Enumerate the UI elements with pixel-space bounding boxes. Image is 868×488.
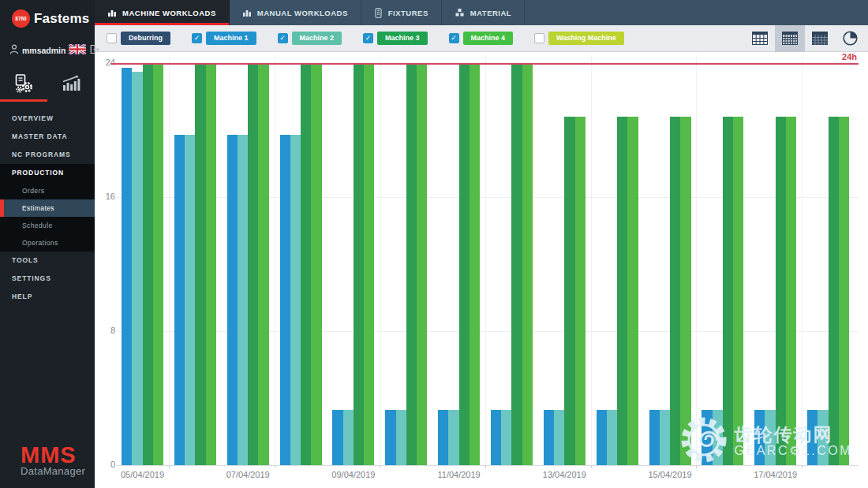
bar-machine-4-07-04-2019[interactable] [258,63,268,465]
sidebar-item-overview[interactable]: OVERVIEW [0,110,95,128]
bar-machine-1-09-04-2019[interactable] [332,410,342,465]
bar-machine-1-17-04-2019[interactable] [754,410,765,465]
bar-machine-1-07-04-2019[interactable] [227,135,238,465]
language-flag-uk-icon[interactable] [69,43,86,58]
bar-machine-4-16-04-2019[interactable] [733,117,743,465]
bar-machine-2-17-04-2019[interactable] [765,410,775,465]
reports-chart-icon[interactable] [47,70,95,97]
bar-machine-4-18-04-2019[interactable] [839,117,849,465]
bar-machine-2-13-04-2019[interactable] [554,410,564,465]
bar-machine-1-13-04-2019[interactable] [544,410,554,465]
bar-machine-1-15-04-2019[interactable] [649,410,660,465]
bar-machine-3-10-04-2019[interactable] [406,63,417,465]
checkbox-deburring[interactable] [107,33,117,43]
tab-manual-workloads[interactable]: MANUAL WORKLOADS [230,0,361,25]
bar-machine-3-08-04-2019[interactable] [301,63,311,465]
tab-material[interactable]: MATERIAL [442,0,525,25]
bar-machine-2-18-04-2019[interactable] [817,410,828,465]
bar-machine-1-05-04-2019[interactable] [122,68,132,465]
sidebar-item-help[interactable]: HELP [0,288,95,306]
bar-machine-4-15-04-2019[interactable] [680,117,690,465]
sidebar-item-estimates[interactable]: Estimates [0,199,95,217]
sidebar-item-settings[interactable]: SETTINGS [0,270,95,288]
bar-machine-2-08-04-2019[interactable] [290,135,301,465]
bar-machine-4-14-04-2019[interactable] [627,117,638,465]
bar-machine-3-17-04-2019[interactable] [776,117,786,465]
bar-machine-3-16-04-2019[interactable] [723,117,733,465]
bar-machine-3-13-04-2019[interactable] [564,117,574,465]
bar-machine-1-08-04-2019[interactable] [280,135,290,465]
x-axis-date-label: 09/04/2019 [331,470,375,479]
x-axis-date-label: 13/04/2019 [543,470,586,479]
active-mode-underline [0,99,47,102]
sidebar-item-schedule[interactable]: Schedule [0,217,95,234]
x-axis-tick [275,465,275,468]
bar-machine-1-10-04-2019[interactable] [385,410,395,465]
bar-machine-3-15-04-2019[interactable] [670,117,680,465]
bar-machine-2-10-04-2019[interactable] [396,410,406,465]
chip-deburring[interactable]: Deburring [121,32,170,45]
bar-machine-4-12-04-2019[interactable] [522,63,533,465]
sidebar-item-tools[interactable]: TOOLS [0,251,95,270]
bar-machine-3-12-04-2019[interactable] [511,63,522,465]
bar-machine-4-09-04-2019[interactable] [364,63,374,465]
bar-machine-1-12-04-2019[interactable] [491,410,501,465]
bar-machine-1-16-04-2019[interactable] [702,410,712,465]
bar-machine-3-06-04-2019[interactable] [195,63,205,465]
bar-machine-3-11-04-2019[interactable] [459,63,470,465]
bar-machine-1-18-04-2019[interactable] [807,410,817,465]
view-button-calendar-medium-icon[interactable] [775,25,805,52]
sidebar-item-production[interactable]: PRODUCTION [0,164,95,182]
tab-machine-workloads[interactable]: MACHINE WORKLOADS [95,0,230,25]
bar-machine-2-16-04-2019[interactable] [713,410,723,465]
bar-machine-3-14-04-2019[interactable] [617,117,627,465]
production-gears-icon[interactable] [0,70,47,97]
bar-machine-4-13-04-2019[interactable] [575,117,586,465]
sidebar-item-operations[interactable]: Operations [0,234,95,251]
bar-machine-4-17-04-2019[interactable] [786,117,796,465]
chip-machine-1[interactable]: Machine 1 [206,32,256,45]
bar-machine-3-18-04-2019[interactable] [829,117,839,465]
bar-machine-3-05-04-2019[interactable] [143,63,153,465]
checkbox-machine-2[interactable]: ✓ [278,33,288,43]
bar-machine-2-14-04-2019[interactable] [607,410,617,465]
bar-machine-1-11-04-2019[interactable] [438,410,448,465]
view-button-calendar-dense-icon[interactable] [805,25,835,52]
chip-washing-machine[interactable]: Washing Machine [548,32,624,45]
checkbox-washing-machine[interactable] [534,33,544,43]
sidebar-item-master-data[interactable]: MASTER DATA [0,128,95,146]
x-axis-date-label: 15/04/2019 [648,470,691,479]
chip-machine-2[interactable]: Machine 2 [292,32,342,45]
bar-machine-2-06-04-2019[interactable] [185,135,195,465]
view-switcher [745,25,865,52]
bar-machine-2-09-04-2019[interactable] [343,410,354,465]
checkbox-machine-4[interactable]: ✓ [449,33,459,43]
sidebar-item-nc-programs[interactable]: NC PROGRAMS [0,146,95,164]
sidebar-item-orders[interactable]: Orders [0,182,95,199]
view-button-pie-chart-icon[interactable] [835,25,865,52]
bar-machine-4-06-04-2019[interactable] [206,63,216,465]
bar-machine-1-06-04-2019[interactable] [174,135,185,465]
bar-machine-3-07-04-2019[interactable] [248,63,258,465]
bar-machine-2-11-04-2019[interactable] [448,410,458,465]
bar-machine-2-12-04-2019[interactable] [501,410,511,465]
tab-fixtures[interactable]: FIXTURES [361,0,442,25]
logout-icon[interactable] [89,43,100,58]
bar-machine-2-15-04-2019[interactable] [660,410,670,465]
chip-machine-4[interactable]: Machine 4 [463,32,514,45]
bar-machine-2-07-04-2019[interactable] [238,135,248,465]
bar-machine-2-05-04-2019[interactable] [132,72,142,465]
bar-machine-4-08-04-2019[interactable] [311,63,321,465]
chip-machine-3[interactable]: Machine 3 [377,32,428,45]
y-axis-tick-label: 8 [95,326,115,335]
sidebar-group-production: PRODUCTIONOrdersEstimatesScheduleOperati… [0,164,95,251]
view-button-calendar-compact-icon[interactable] [745,25,775,52]
bar-machine-4-10-04-2019[interactable] [417,63,427,465]
filter-toolbar: Deburring✓Machine 1✓Machine 2✓Machine 3✓… [95,25,868,52]
bar-machine-4-11-04-2019[interactable] [470,63,480,465]
bar-machine-3-09-04-2019[interactable] [354,63,364,465]
checkbox-machine-3[interactable]: ✓ [363,33,373,43]
bar-machine-1-14-04-2019[interactable] [597,410,607,465]
bar-machine-4-05-04-2019[interactable] [153,63,163,465]
checkbox-machine-1[interactable]: ✓ [192,33,202,43]
